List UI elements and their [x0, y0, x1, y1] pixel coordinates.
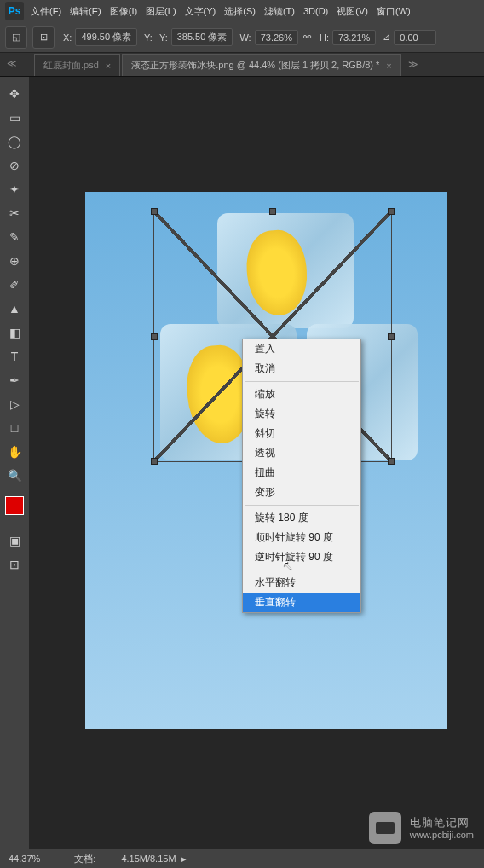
- transform-handle[interactable]: [388, 208, 395, 215]
- ctx-distort[interactable]: 变形: [243, 483, 360, 502]
- watermark-logo-icon: [369, 812, 401, 844]
- shape-tool[interactable]: □: [4, 418, 25, 438]
- ctx-flip-vertical[interactable]: 垂直翻转: [243, 593, 360, 612]
- ctx-skew[interactable]: 斜切: [243, 424, 360, 443]
- menu-layer[interactable]: 图层(L): [146, 5, 176, 18]
- w-label: W:: [239, 32, 251, 43]
- zoom-tool[interactable]: 🔍: [4, 466, 25, 486]
- type-tool[interactable]: T: [4, 346, 25, 367]
- reference-point-icon[interactable]: ⊡: [32, 26, 55, 49]
- app-logo: Ps: [5, 2, 24, 20]
- lasso-tool[interactable]: ◯: [4, 131, 25, 152]
- hand-tool[interactable]: ✋: [4, 442, 25, 462]
- ctx-perspective[interactable]: 透视: [243, 443, 360, 463]
- watermark-title: 电脑笔记网: [410, 816, 474, 830]
- close-icon[interactable]: ×: [386, 61, 391, 71]
- doc-label: 文档:: [74, 853, 95, 865]
- menu-view[interactable]: 视图(V): [337, 5, 368, 18]
- transform-handle[interactable]: [269, 208, 276, 215]
- tab-red-cover[interactable]: 红底封面.psd ×: [34, 54, 120, 76]
- move-tool[interactable]: ✥: [4, 84, 25, 104]
- zoom-level[interactable]: 44.37%: [9, 854, 40, 864]
- ctx-rotate[interactable]: 旋转: [243, 404, 360, 424]
- tab-ice-cube[interactable]: 液态正方形装饰冰块.png @ 44.4% (图层 1 拷贝 2, RGB/8)…: [122, 54, 401, 76]
- close-icon[interactable]: ×: [106, 61, 111, 71]
- x-field[interactable]: 499.50 像素: [75, 28, 137, 46]
- x-label: X:: [63, 32, 72, 43]
- transform-handle[interactable]: [388, 333, 395, 340]
- context-menu: 置入 取消 缩放 旋转 斜切 透视 扭曲 变形 旋转 180 度 顺时针旋转 9…: [242, 339, 361, 613]
- color-swatch[interactable]: [5, 496, 24, 515]
- quick-select-tool[interactable]: ⊘: [4, 155, 25, 176]
- status-bar: 44.37% 文档: 4.15M/8.15M ▸: [0, 849, 484, 868]
- y-label: Y:: [144, 32, 153, 43]
- watermark-url: www.pcbiji.com: [410, 830, 474, 840]
- ctx-flip-horizontal[interactable]: 水平翻转: [243, 573, 360, 593]
- angle-label: ⊿: [383, 32, 390, 43]
- transform-handle[interactable]: [151, 208, 158, 215]
- menu-select[interactable]: 选择(S): [224, 5, 256, 18]
- transform-tool-icon[interactable]: ◱: [5, 26, 27, 49]
- w-field[interactable]: 73.26%: [255, 30, 298, 45]
- ctx-warp[interactable]: 扭曲: [243, 463, 360, 483]
- flyout-icon[interactable]: ▸: [182, 854, 187, 865]
- marquee-tool[interactable]: ▭: [4, 107, 25, 128]
- h-field[interactable]: 73.21%: [332, 30, 376, 45]
- y-field[interactable]: 385.50 像素: [171, 28, 233, 46]
- ctx-rotate-180[interactable]: 旋转 180 度: [243, 508, 360, 528]
- ctx-cancel[interactable]: 取消: [243, 359, 360, 379]
- crop-tool[interactable]: ✂: [4, 203, 25, 223]
- menu-window[interactable]: 窗口(W): [377, 5, 411, 18]
- separator: [245, 381, 359, 382]
- document-tabs: ≪ 红底封面.psd × 液态正方形装饰冰块.png @ 44.4% (图层 1…: [0, 53, 484, 77]
- pen-tool[interactable]: ✒: [4, 370, 25, 391]
- angle-field[interactable]: 0.00: [394, 30, 436, 45]
- link-icon[interactable]: ⚯: [303, 32, 311, 43]
- tab-label: 红底封面.psd: [43, 59, 99, 72]
- separator: [245, 570, 359, 570]
- clone-stamp-tool[interactable]: ▲: [4, 298, 25, 319]
- tab-prev-icon[interactable]: ≪: [7, 58, 17, 69]
- tab-label: 液态正方形装饰冰块.png @ 44.4% (图层 1 拷贝 2, RGB/8)…: [131, 59, 379, 72]
- menu-bar: Ps 文件(F) 编辑(E) 图像(I) 图层(L) 文字(Y) 选择(S) 滤…: [0, 0, 484, 22]
- magic-wand-tool[interactable]: ✦: [4, 179, 25, 200]
- eyedropper-tool[interactable]: ✎: [4, 227, 25, 247]
- h-label: H:: [320, 32, 329, 43]
- transform-handle[interactable]: [151, 458, 158, 465]
- healing-tool[interactable]: ⊕: [4, 251, 25, 271]
- menu-type[interactable]: 文字(Y): [185, 5, 216, 18]
- ctx-rotate-ccw[interactable]: 逆时针旋转 90 度: [243, 547, 360, 567]
- transform-handle[interactable]: [388, 458, 395, 465]
- tab-next-icon[interactable]: ≫: [408, 59, 418, 70]
- ctx-place[interactable]: 置入: [243, 339, 360, 359]
- menu-image[interactable]: 图像(I): [110, 5, 137, 18]
- screen-mode-icon[interactable]: ⊡: [4, 554, 25, 575]
- menu-file[interactable]: 文件(F): [31, 5, 61, 18]
- menu-3d[interactable]: 3D(D): [303, 6, 328, 16]
- ctx-rotate-cw[interactable]: 顺时针旋转 90 度: [243, 528, 360, 547]
- path-select-tool[interactable]: ▷: [4, 394, 25, 414]
- transform-handle[interactable]: [151, 333, 158, 340]
- menu-filter[interactable]: 滤镜(T): [264, 5, 295, 18]
- separator: [245, 505, 359, 506]
- menu-edit[interactable]: 编辑(E): [70, 5, 101, 18]
- ctx-scale[interactable]: 缩放: [243, 385, 360, 404]
- eraser-tool[interactable]: ◧: [4, 322, 25, 343]
- doc-size: 4.15M/8.15M: [121, 854, 176, 864]
- watermark: 电脑笔记网 www.pcbiji.com: [369, 812, 474, 844]
- tools-panel: ✥ ▭ ◯ ⊘ ✦ ✂ ✎ ⊕ ✐ ▲ ◧ T ✒ ▷ □ ✋ 🔍 ▣ ⊡: [0, 77, 29, 851]
- quick-mask-icon[interactable]: ▣: [4, 530, 25, 551]
- brush-tool[interactable]: ✐: [4, 275, 25, 295]
- options-bar: ◱ ⊡ X: 499.50 像素 Y: Y: 385.50 像素 W: 73.2…: [0, 22, 484, 53]
- cursor-icon: ↖: [281, 557, 292, 573]
